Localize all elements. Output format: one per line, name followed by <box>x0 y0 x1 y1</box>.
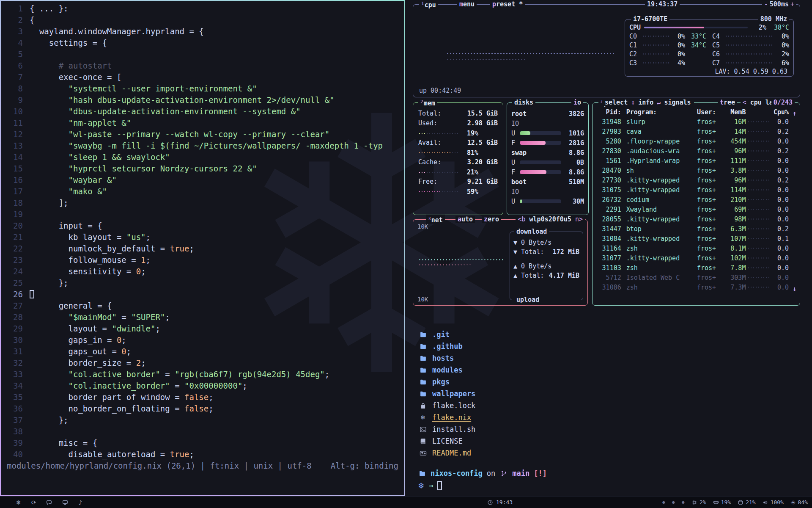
line-text[interactable]: gaps_in = 0; <box>23 334 126 346</box>
line-text[interactable]: }; <box>23 414 69 426</box>
editor-window[interactable]: 1{ ... }:2{3 wayland.windowManager.hyprl… <box>0 0 405 496</box>
line-text[interactable]: disable_autoreload = true; <box>23 449 194 460</box>
line-text[interactable]: "mako &" <box>23 186 107 197</box>
line-text[interactable]: "sleep 1 && swaylock" <box>23 152 170 163</box>
line-text[interactable]: "dbus-update-activation-environment --sy… <box>23 106 301 117</box>
launcher-music-icon[interactable]: ♪ <box>78 500 82 505</box>
line-text[interactable] <box>23 49 30 60</box>
net-auto-toggle[interactable]: auto <box>455 216 475 223</box>
line-text[interactable]: "nm-applet &" <box>23 117 131 129</box>
line-text[interactable]: follow_mouse = 1; <box>23 254 151 266</box>
process-row[interactable]: 27903cavafros+14M0.2 <box>593 127 800 136</box>
net-next-interface[interactable]: n> <box>575 215 583 223</box>
column-pid[interactable]: Pid: <box>597 108 621 116</box>
line-text[interactable] <box>23 289 34 300</box>
file-item[interactable]: .github <box>418 340 812 352</box>
process-row[interactable]: 31075.kitty-wrappedfros+114M0.0 <box>593 185 800 195</box>
process-row[interactable]: 26732codiumfros+210M0.0 <box>593 195 800 204</box>
update-interval-control[interactable]: -500ms+ <box>762 1 796 8</box>
line-text[interactable]: { ... }: <box>23 3 69 14</box>
line-text[interactable]: wayland.windowManager.hyprland = { <box>23 26 204 37</box>
tray-icon[interactable]: ● <box>662 501 665 504</box>
process-row[interactable]: 31084.kitty-wrappedfros+107M0.1 <box>593 234 800 243</box>
line-text[interactable]: misc = { <box>23 437 97 449</box>
file-item[interactable]: install.sh <box>418 423 812 435</box>
tray-icon[interactable]: ● <box>672 501 675 504</box>
file-item[interactable]: README.md <box>418 447 812 459</box>
line-text[interactable]: numlock_by_default = true; <box>23 243 194 254</box>
file-item[interactable]: modules <box>418 364 812 376</box>
line-text[interactable]: exec-once = [ <box>23 72 121 83</box>
signals-hint[interactable]: signals <box>664 99 691 106</box>
launcher-chat-icon[interactable] <box>46 500 52 505</box>
process-row[interactable]: 5712Isolated Web Cfros+303M0.0 <box>593 273 800 282</box>
line-text[interactable]: "col.inactive_border" = "0x00000000"; <box>23 380 247 392</box>
column-cpu[interactable]: Cpu% <box>773 108 789 116</box>
editor-buffer[interactable]: 1{ ... }:2{3 wayland.windowManager.hyprl… <box>1 1 404 460</box>
line-text[interactable]: layout = "dwindle"; <box>23 323 160 334</box>
shell-input-line[interactable]: ❄ → <box>418 481 812 490</box>
column-program[interactable]: Program: <box>626 108 697 116</box>
line-text[interactable]: "swaybg -m fill -i $(find ~/Pictures/wal… <box>23 140 383 152</box>
mem-panel-title[interactable]: 2mem <box>418 98 437 107</box>
proc-tree-toggle[interactable]: tree <box>718 99 737 106</box>
launcher-monitor-icon[interactable] <box>62 500 68 505</box>
process-row[interactable]: 31164zshfros+8.1M0.0 <box>593 243 800 253</box>
line-text[interactable] <box>23 209 30 220</box>
file-item[interactable]: hosts <box>418 352 812 364</box>
process-row[interactable]: 27830.audacious-wrafros+96M0.2 <box>593 146 800 156</box>
scroll-up-indicator[interactable]: ↑ <box>793 110 796 117</box>
file-item[interactable]: flake.lock <box>418 400 812 411</box>
process-row[interactable]: 5280.floorp-wrappefros+454M0.0 <box>593 136 800 146</box>
file-item[interactable]: wallpapers <box>418 388 812 400</box>
sort-prev[interactable]: < <box>743 99 746 106</box>
process-row[interactable]: 31103zshfros+7.8M0.0 <box>593 263 800 273</box>
process-row[interactable]: 31086zshfros+7.3M0.0 <box>593 282 800 292</box>
line-text[interactable]: settings = { <box>23 37 107 49</box>
column-memb[interactable]: MemB <box>724 108 746 116</box>
process-row[interactable]: 31948slurpfros+16M0.0 <box>593 117 800 127</box>
line-text[interactable]: general = { <box>23 300 112 312</box>
preset-button[interactable]: preset * <box>490 1 525 8</box>
line-text[interactable]: input = { <box>23 220 102 232</box>
file-item[interactable]: .git <box>418 329 812 340</box>
line-text[interactable]: "systemctl --user import-environment &" <box>23 83 257 94</box>
select-hint[interactable]: select <box>605 99 628 106</box>
info-hint[interactable]: info <box>638 99 653 106</box>
line-text[interactable]: { <box>23 14 34 26</box>
line-text[interactable]: sensitivity = 0; <box>23 266 146 277</box>
process-table-header[interactable]: Pid:Program:User:MemBCpu% <box>593 107 800 117</box>
process-row[interactable]: 1561.Hyprland-wrapfros+111M0.0 <box>593 156 800 166</box>
line-text[interactable]: "hash dbus-update-activation-environment… <box>23 94 335 106</box>
process-row[interactable]: 28055.kitty-wrappedfros+98M0.0 <box>593 214 800 224</box>
net-panel-title[interactable]: 3net <box>426 215 445 224</box>
disks-io-tab[interactable]: io <box>571 99 583 106</box>
file-item[interactable]: LICENSE <box>418 435 812 447</box>
line-text[interactable]: }; <box>23 277 69 289</box>
terminal-window[interactable]: .git.githubhostsmodulespkgswallpapersfla… <box>405 311 812 496</box>
line-text[interactable] <box>23 426 30 437</box>
process-row[interactable]: 31077.kitty-wrappedfros+102M0.0 <box>593 253 800 263</box>
line-text[interactable]: # autostart <box>23 60 112 72</box>
column-user[interactable]: User: <box>697 108 724 116</box>
interval-decrease-button[interactable]: - <box>764 0 768 8</box>
process-row[interactable]: 28470shfros+3.8M0.0 <box>593 166 800 175</box>
line-text[interactable]: "waybar &" <box>23 174 117 186</box>
net-interface-selector[interactable]: <b wlp0s20f0u5 n> <box>516 216 585 223</box>
line-text[interactable]: "wl-paste --primary --watch wl-copy --pr… <box>23 129 329 140</box>
launcher-snowflake-icon[interactable]: ❄ <box>16 500 21 505</box>
interval-increase-button[interactable]: + <box>790 0 794 8</box>
taskbar-clock[interactable]: 19:43 <box>487 497 513 508</box>
line-text[interactable]: no_border_on_floating = false; <box>23 403 214 414</box>
line-text[interactable]: border_part_of_window = false; <box>23 392 214 403</box>
line-text[interactable]: "col.active_border" = "rgb(cba6f7) rgb(9… <box>23 369 329 380</box>
btop-window[interactable]: 1cpu menu preset * 19:43:37 -500ms+ i7-6… <box>405 0 812 311</box>
net-prev-interface[interactable]: <b <box>518 215 525 223</box>
scroll-down-indicator[interactable]: ↓ <box>793 285 796 293</box>
line-text[interactable]: "hyprctl setcursor Nordzy-cursors 22 &" <box>23 163 257 174</box>
line-text[interactable]: ]; <box>23 197 69 209</box>
tray-icon[interactable]: ● <box>682 501 685 504</box>
line-text[interactable]: border_size = 2; <box>23 357 146 369</box>
file-item[interactable]: ❄flake.nix <box>418 411 812 423</box>
cpu-panel-title[interactable]: 1cpu <box>419 0 438 9</box>
